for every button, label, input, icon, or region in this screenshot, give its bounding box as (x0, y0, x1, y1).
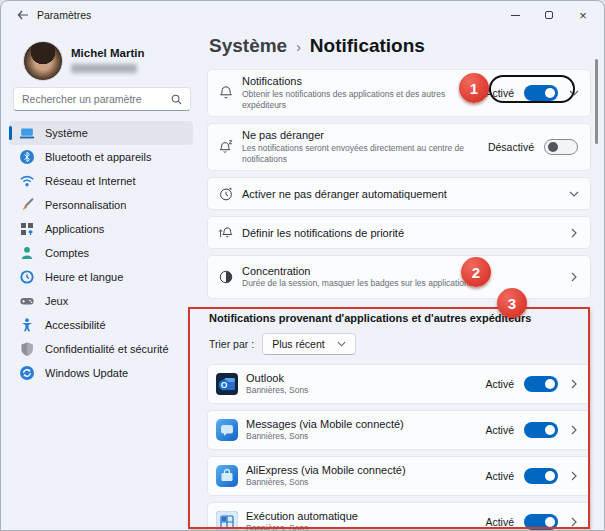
chevron-right-icon[interactable] (568, 471, 580, 481)
app-row-execution-automatique[interactable]: Exécution automatique Bannières, Sons Ac… (207, 502, 591, 531)
notifications-toggle[interactable] (524, 85, 558, 101)
arrow-left-icon (17, 10, 29, 20)
close-button[interactable]: × (572, 5, 594, 25)
setting-row-concentration[interactable]: Concentration Durée de la session, masqu… (207, 255, 591, 299)
sidebar-item-label: Personnalisation (45, 199, 126, 211)
messages-toggle[interactable] (524, 422, 558, 438)
app-subtitle: Bannières, Sons (246, 523, 479, 531)
sidebar-item-accessibilite[interactable]: Accessibilité (9, 313, 193, 337)
minimize-button[interactable] (504, 5, 526, 25)
app-row-outlook[interactable]: O Outlook Bannières, Sons Activé (207, 364, 591, 404)
user-email-redacted (71, 64, 137, 73)
setting-row-notifications[interactable]: Notifications Obtenir les notifications … (207, 69, 591, 117)
sidebar-item-label: Confidentialité et sécurité (45, 343, 169, 355)
sidebar-item-comptes[interactable]: Comptes (9, 241, 193, 265)
sidebar-item-heure-langue[interactable]: Heure et langue (9, 265, 193, 289)
sidebar-item-label: Accessibilité (45, 319, 106, 331)
accessibility-icon (19, 317, 35, 333)
network-icon (19, 173, 35, 189)
maximize-button[interactable] (538, 5, 560, 25)
toggle-state-label: Activé (485, 516, 514, 528)
sidebar-item-label: Comptes (45, 247, 89, 259)
system-icon (19, 125, 35, 141)
sidebar-item-windows-update[interactable]: Windows Update (9, 361, 193, 385)
windows-update-icon (19, 365, 35, 381)
sidebar-item-systeme[interactable]: Système (9, 121, 193, 145)
sidebar-item-jeux[interactable]: Jeux (9, 289, 193, 313)
accounts-icon (19, 245, 35, 261)
chevron-right-icon[interactable] (568, 425, 580, 435)
breadcrumb-separator-icon: › (296, 39, 301, 55)
setting-subtitle: Durée de la session, masquer les badges … (242, 278, 562, 289)
chevron-right-icon[interactable] (568, 272, 580, 282)
chevron-right-icon[interactable] (568, 228, 580, 238)
setting-row-ne-pas-deranger[interactable]: Ne pas déranger Les notifications seront… (207, 123, 591, 171)
avatar[interactable] (23, 41, 63, 81)
setting-row-priorite[interactable]: Définir les notifications de priorité (207, 216, 591, 249)
sidebar-item-label: Heure et langue (45, 271, 123, 283)
priority-bell-icon (216, 224, 236, 242)
setting-title: Définir les notifications de priorité (242, 227, 562, 239)
main-content: Système › Notifications Notifications Ob… (207, 29, 591, 531)
applications-icon (19, 221, 35, 237)
sidebar-item-label: Jeux (45, 295, 68, 307)
games-icon (19, 293, 35, 309)
app-subtitle: Bannières, Sons (246, 431, 479, 442)
sidebar-item-applications[interactable]: Applications (9, 217, 193, 241)
sort-value: Plus récent (272, 338, 325, 350)
aliexpress-toggle[interactable] (524, 468, 558, 484)
sidebar-item-personnalisation[interactable]: Personnalisation (9, 193, 193, 217)
sidebar: Michel Martin Système Bluetooth et appar… (1, 29, 201, 530)
search-box[interactable] (13, 87, 191, 111)
outlook-toggle[interactable] (524, 376, 558, 392)
setting-row-dnd-auto[interactable]: Activer ne pas déranger automatiquement (207, 177, 591, 210)
chevron-down-icon (337, 341, 346, 347)
chevron-right-icon[interactable] (568, 517, 580, 527)
breadcrumb: Système › Notifications (207, 29, 591, 69)
svg-text:O: O (221, 380, 228, 390)
app-name: AliExpress (via Mobile connecté) (246, 464, 479, 476)
sort-row: Trier par : Plus récent (209, 333, 591, 355)
breadcrumb-parent[interactable]: Système (209, 35, 287, 57)
app-name: Outlook (246, 372, 479, 384)
autoplay-toggle[interactable] (524, 514, 558, 530)
window-title: Paramètres (37, 9, 91, 21)
back-button[interactable] (13, 6, 33, 24)
search-icon (171, 94, 182, 105)
bell-sleep-icon (216, 138, 236, 156)
app-row-messages[interactable]: Messages (via Mobile connecté) Bannières… (207, 410, 591, 450)
focus-icon (216, 268, 236, 286)
dnd-toggle[interactable] (544, 139, 578, 155)
setting-title: Activer ne pas déranger automatiquement (242, 188, 562, 200)
settings-window: Paramètres × Michel Martin Système Bluet… (0, 0, 605, 531)
messages-app-icon (216, 419, 238, 441)
chevron-right-icon[interactable] (568, 379, 580, 389)
apps-section-title: Notifications provenant d'applications e… (209, 312, 591, 324)
vertical-scrollbar[interactable] (595, 59, 598, 144)
search-input[interactable] (22, 93, 171, 105)
toggle-state-label: Activé (485, 470, 514, 482)
app-name: Messages (via Mobile connecté) (246, 418, 479, 430)
sort-dropdown[interactable]: Plus récent (262, 333, 356, 355)
sidebar-item-reseau[interactable]: Réseau et Internet (9, 169, 193, 193)
bell-icon (216, 84, 236, 102)
bluetooth-icon (19, 149, 35, 165)
sidebar-nav: Système Bluetooth et appareils Réseau et… (1, 121, 201, 385)
toggle-state-label: Activé (485, 424, 514, 436)
titlebar: Paramètres × (1, 1, 604, 29)
clock-icon (216, 185, 236, 203)
sidebar-item-label: Bluetooth et appareils (45, 151, 151, 163)
chevron-down-icon[interactable] (568, 90, 580, 96)
privacy-icon (19, 341, 35, 357)
chevron-down-icon[interactable] (568, 191, 580, 197)
setting-title: Concentration (242, 265, 562, 277)
sidebar-item-label: Système (45, 127, 88, 139)
sidebar-item-label: Réseau et Internet (45, 175, 136, 187)
aliexpress-app-icon (216, 465, 238, 487)
setting-subtitle: Les notifications seront envoyées direct… (242, 143, 482, 165)
sidebar-item-bluetooth[interactable]: Bluetooth et appareils (9, 145, 193, 169)
sidebar-item-confidentialite[interactable]: Confidentialité et sécurité (9, 337, 193, 361)
app-row-aliexpress[interactable]: AliExpress (via Mobile connecté) Bannièr… (207, 456, 591, 496)
setting-title: Notifications (242, 75, 479, 87)
toggle-state-label: Activé (485, 378, 514, 390)
